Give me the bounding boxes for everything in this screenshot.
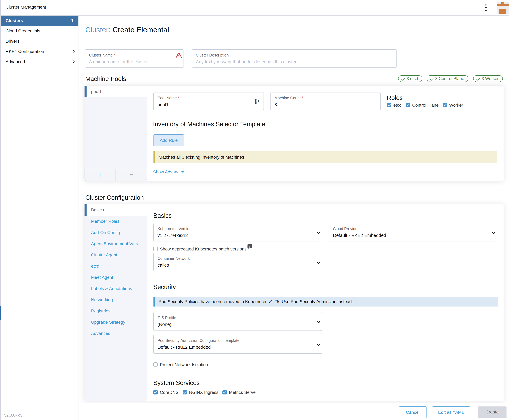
svg-text:i: i xyxy=(249,245,250,248)
